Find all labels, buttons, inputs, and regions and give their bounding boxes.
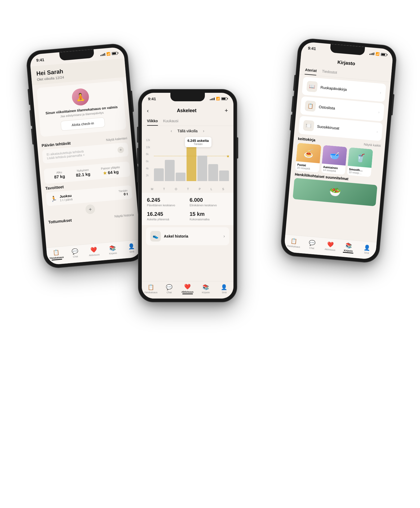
nav-profile-1[interactable]: 👤 Sinä (122, 242, 141, 254)
p1-goal-right: Tänään 0 t (118, 189, 128, 196)
nav-profile-3[interactable]: 👤 Sinä (357, 244, 376, 255)
tab-tiedostot[interactable]: Tiedostot (321, 67, 337, 77)
day-mon: M (151, 187, 153, 191)
nav-library-2[interactable]: 📚 Kirjasto (197, 284, 215, 294)
library-icon-3: 📚 (345, 242, 352, 249)
p3-personal: Henkilökohtaiset suunnitelmat 🥗 (293, 172, 378, 206)
p2-chart-area: 6.245 askelta Tänään 2k 4k 6k 8k 10k 12k (142, 136, 233, 186)
profile-label-2: Sinä (222, 291, 227, 294)
prev-week-button[interactable]: ‹ (171, 129, 172, 133)
p2-history-item[interactable]: 👟 Askel historia › (146, 227, 229, 245)
tab-kuukausi[interactable]: Kuukausi (163, 117, 179, 126)
activity-label-2: Aktivisuus (182, 291, 194, 293)
history-icon: 👟 (150, 231, 161, 242)
stat-total-val: 16.245 (147, 211, 185, 217)
nav-overview-2[interactable]: 📋 Yleiskatsaus (142, 284, 160, 294)
chat-icon-2: 💬 (166, 284, 173, 290)
nav-chat-1[interactable]: 💬 Chat (65, 247, 85, 259)
add-task-icon[interactable]: + (117, 146, 124, 153)
menu-suosikki-left: 🍽️ Suosikkiruoat (303, 120, 340, 134)
p1-target-val: ★ 64 kg (101, 169, 120, 176)
checkin-button[interactable]: Aloita check-in (60, 117, 105, 131)
y-label-2k: 2k (146, 174, 153, 177)
nav-activity-3[interactable]: ❤️ Aktivisuus (321, 240, 340, 252)
card-aamiainen[interactable]: 🥣 Aamiainen 14 reseptiä (321, 145, 347, 175)
day-sun: S (222, 187, 224, 191)
history-title: Askel historia (164, 234, 188, 238)
day-thu: T (187, 187, 189, 191)
add-goal-button[interactable]: + (85, 204, 95, 214)
nav-overview-1[interactable]: 📋 Yleiskatsaus (46, 248, 66, 261)
p2-tabs: Viikko Kuukausi (142, 117, 233, 126)
library-label: Kirjasto (109, 252, 117, 255)
phone-center-screen: ‹ Askeleet + Viikko Kuukausi ‹ Tällä vii… (142, 104, 233, 299)
day-wed: O (175, 187, 177, 191)
card-pastat[interactable]: 🍝 Pastat 20 reseptiä (295, 143, 321, 172)
card-aamiainen-info: Aamiainen 14 reseptiä (321, 164, 346, 175)
card-smoothie[interactable]: 🥤 Smooth… 10 resep… (347, 147, 373, 177)
wifi-icon-c: 📶 (216, 97, 220, 100)
p1-start-val: 87 kg (54, 174, 65, 179)
cookbook-link[interactable]: Näytä kaikki (364, 142, 381, 148)
suosikki-label: Suosikkiruoat (317, 124, 339, 130)
phone-right: 9:41 📶 Kirjasto (280, 38, 397, 263)
tooltip-label: Tänään (187, 143, 209, 146)
card-pastat-info: Pastat 20 reseptiä (295, 161, 320, 173)
activity-label: Aktivisuus (89, 253, 100, 257)
nav-library-3[interactable]: 📚 Kirjasto (339, 242, 358, 254)
tab-ateriat[interactable]: Ateriat (304, 65, 317, 76)
battery-fill-r (381, 53, 385, 55)
status-icons-right: 📶 (369, 51, 387, 57)
p1-weight-current: Nykyinen 82.1 kg (75, 168, 90, 178)
battery-fill-c (222, 98, 226, 100)
day-sat: L (211, 187, 212, 191)
signal-icon-r (369, 52, 374, 55)
ostoslista-label: Ostoslista (319, 105, 335, 110)
p2-days: M T O T P L S (142, 186, 233, 193)
nav-overview-3[interactable]: 📋 Yleiskatsaus (284, 237, 303, 249)
p1-current-val: 82.1 kg (76, 172, 91, 178)
nav-chat-3[interactable]: 💬 Chat (302, 239, 321, 250)
overview-label-2: Yleiskatsaus (144, 291, 158, 294)
history-arrow-icon: › (223, 234, 225, 239)
p2-title: Askeleet (177, 108, 196, 113)
card-pastat-img: 🍝 (296, 143, 321, 163)
nav-library-1[interactable]: 📚 Kirjasto (103, 244, 122, 255)
next-week-button[interactable]: › (203, 129, 204, 133)
nav-activity-2[interactable]: ❤️ Aktivisuus (178, 283, 197, 294)
y-axis: 2k 4k 6k 8k 10k 12k (146, 139, 153, 181)
back-button[interactable]: ‹ (147, 108, 149, 114)
card-smoothie-info: Smooth… 10 resep… (347, 166, 372, 177)
p1-habits-link[interactable]: Näytä historia (114, 213, 134, 218)
p1-today-val: 0 t (118, 192, 128, 196)
stat-distance: 15 km Kokonaismatka (190, 211, 228, 221)
add-button[interactable]: + (225, 107, 228, 114)
day-fri: P (199, 187, 201, 191)
stat-dist-label: Kokonaismatka (190, 218, 228, 221)
ostoslista-arrow: › (378, 110, 379, 114)
cookbook-cards: 🍝 Pastat 20 reseptiä 🥣 Aamiainen 14 rese… (295, 143, 380, 178)
bar-sun (219, 170, 229, 181)
activity-icon-3: ❤️ (327, 241, 334, 248)
nav-activity-1[interactable]: ❤️ Aktivisuus (84, 246, 104, 257)
wifi-icon: 📶 (106, 52, 110, 56)
stat-dist-val: 15 km (190, 211, 228, 217)
profile-icon-2: 👤 (221, 284, 227, 290)
nav-chat-2[interactable]: 💬 Chat (160, 284, 178, 294)
p2-stats: 6.245 Päivittäinen keskiarvo 6.000 Elini… (142, 193, 233, 225)
p1-goal-left: 🏃 Juoksu 1 t / päivä (50, 194, 73, 203)
active-indicator-2 (182, 294, 193, 294)
p3-menu: 📖 Ruokapäiväkirja › 📋 Ostoslista › (294, 76, 391, 141)
chat-icon: 💬 (71, 248, 78, 255)
phone-left: 9:41 📶 Hei S (26, 43, 145, 269)
nav-profile-2[interactable]: 👤 Sinä (215, 284, 233, 294)
suosikki-icon: 🍽️ (303, 120, 314, 131)
p1-tasks-link[interactable]: Näytä kalenteri (106, 136, 127, 142)
phone-left-inner: 9:41 📶 Hei S (29, 47, 142, 265)
bar-wed (176, 173, 185, 181)
step-tooltip: 6.245 askelta Tänään (185, 137, 211, 147)
tab-viikko[interactable]: Viikko (147, 117, 158, 126)
p2-history-left: 👟 Askel historia (150, 231, 188, 242)
chat-label: Chat (73, 255, 78, 258)
battery-icon (112, 52, 118, 55)
